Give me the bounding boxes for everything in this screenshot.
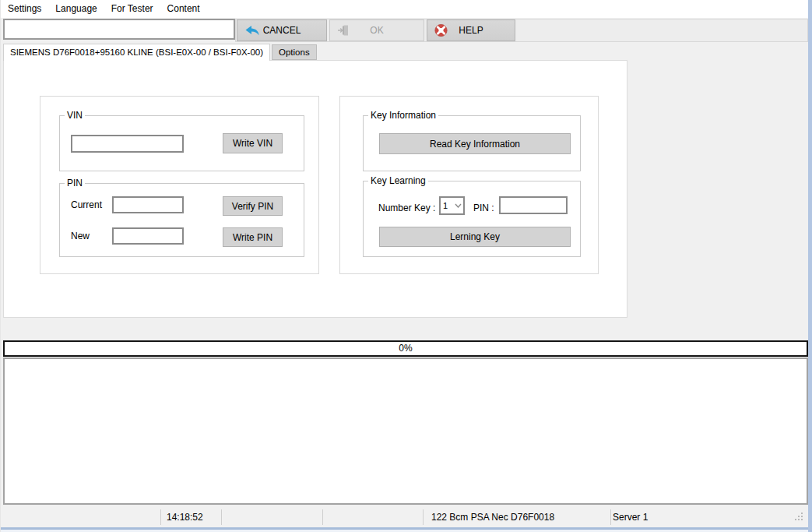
learning-pin-label: PIN :: [473, 203, 494, 213]
number-key-value: 1: [441, 201, 455, 210]
undo-arrow-icon: [244, 25, 260, 36]
log-output[interactable]: [3, 358, 808, 505]
learning-key-button[interactable]: Lerning Key: [379, 227, 571, 247]
app-window: Settings Language For Tester Content CAN…: [0, 0, 812, 532]
vin-pin-container: VIN Write VIN PIN Current Verify PIN New…: [40, 96, 319, 274]
pin-groupbox: PIN Current Verify PIN New Write PIN: [59, 183, 304, 257]
ok-button-label: OK: [370, 25, 383, 36]
menu-content[interactable]: Content: [160, 0, 207, 18]
window-border-right: [808, 0, 812, 532]
status-divider: [221, 509, 222, 525]
write-vin-button[interactable]: Write VIN: [223, 133, 283, 153]
chevron-down-icon: [455, 203, 463, 208]
ok-button[interactable]: OK: [329, 19, 424, 41]
key-learning-groupbox: Key Learning Number Key : 1 PIN : Lernin…: [363, 181, 581, 257]
read-key-information-button[interactable]: Read Key Information: [379, 133, 571, 154]
menu-bar: Settings Language For Tester Content: [1, 0, 808, 18]
number-key-label: Number Key :: [378, 203, 435, 213]
status-bar: 14:18:52 122 Bcm PSA Nec D76F0018 Server…: [1, 506, 808, 528]
learning-pin-input[interactable]: [499, 196, 568, 214]
menu-language[interactable]: Language: [48, 0, 104, 18]
status-device: 122 Bcm PSA Nec D76F0018: [431, 506, 554, 528]
key-information-groupbox: Key Information Read Key Information: [363, 115, 581, 171]
menu-settings[interactable]: Settings: [1, 0, 48, 18]
progress-bar: 0%: [3, 340, 808, 357]
help-button-label: HELP: [459, 25, 483, 36]
new-pin-label: New: [71, 231, 90, 241]
resize-grip[interactable]: [795, 512, 803, 523]
command-input[interactable]: [3, 19, 235, 40]
verify-pin-button[interactable]: Verify PIN: [223, 196, 283, 216]
vin-group-title: VIN: [65, 110, 85, 121]
status-divider: [423, 509, 424, 525]
key-information-group-title: Key Information: [368, 110, 438, 121]
tab-options[interactable]: Options: [272, 44, 317, 60]
current-pin-input[interactable]: [112, 196, 184, 213]
status-time: 14:18:52: [167, 506, 203, 528]
write-pin-button[interactable]: Write PIN: [223, 227, 283, 247]
current-pin-label: Current: [71, 199, 102, 210]
progress-percent-label: 0%: [399, 343, 412, 354]
vin-input[interactable]: [71, 135, 184, 153]
key-learning-group-title: Key Learning: [368, 175, 428, 186]
help-button[interactable]: HELP: [427, 19, 515, 41]
number-key-select[interactable]: 1: [439, 196, 465, 215]
tab-content-panel: VIN Write VIN PIN Current Verify PIN New…: [3, 60, 627, 318]
exit-door-icon: [337, 24, 350, 37]
tab-siemens-kline[interactable]: SIEMENS D76F0018+95160 KLINE (BSI-E0X-00…: [3, 44, 270, 61]
cancel-button-label: CANCEL: [263, 25, 301, 36]
status-divider: [322, 509, 323, 525]
menu-for-tester[interactable]: For Tester: [104, 0, 160, 18]
vin-groupbox: VIN Write VIN: [59, 115, 304, 171]
new-pin-input[interactable]: [112, 227, 184, 245]
lifebuoy-icon: [434, 24, 448, 37]
key-container: Key Information Read Key Information Key…: [339, 96, 599, 274]
cancel-button[interactable]: CANCEL: [237, 19, 327, 41]
pin-group-title: PIN: [65, 178, 85, 188]
status-divider: [160, 509, 161, 525]
tab-strip: SIEMENS D76F0018+95160 KLINE (BSI-E0X-00…: [3, 44, 317, 61]
status-divider: [610, 509, 611, 525]
status-server: Server 1: [613, 506, 648, 528]
